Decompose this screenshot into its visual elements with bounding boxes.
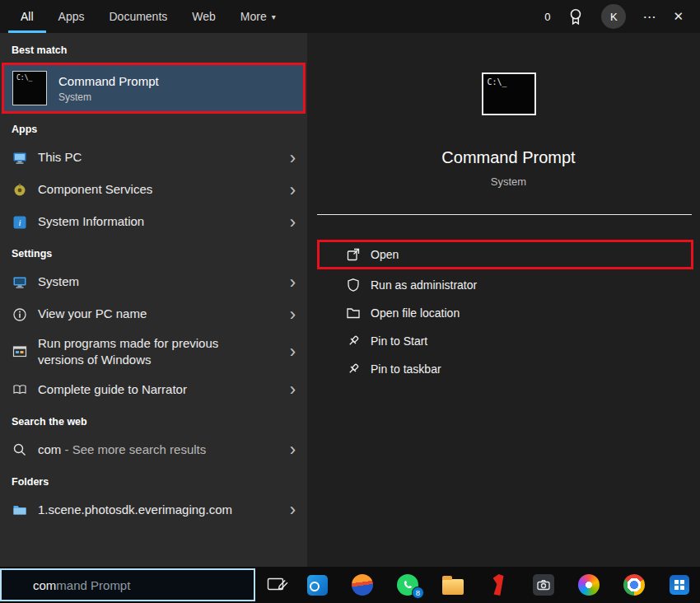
preview-panel: C:\_ Command Prompt System — [307, 33, 700, 567]
result-system-information[interactable]: i System Information › — [0, 206, 307, 238]
chevron-right-icon[interactable]: › — [283, 273, 296, 292]
search-typed-text: com — [33, 578, 56, 592]
tab-web[interactable]: Web — [180, 0, 228, 33]
header-controls: 0 K ⋯ ✕ — [544, 0, 700, 33]
action-run-as-administrator[interactable]: Run as administrator — [317, 271, 700, 299]
tab-apps[interactable]: Apps — [46, 0, 97, 33]
section-folders: Folders — [12, 476, 307, 488]
chevron-right-icon[interactable]: › — [283, 181, 296, 199]
tab-more[interactable]: More ▾ — [228, 0, 288, 33]
command-prompt-icon: C:\_ — [12, 71, 47, 105]
taskbar-outlook-icon[interactable] — [306, 573, 329, 596]
tab-documents[interactable]: Documents — [96, 0, 180, 33]
chevron-right-icon[interactable]: › — [283, 501, 296, 519]
narrator-book-icon — [12, 381, 28, 398]
taskbar: command Prompt 8 — [0, 567, 700, 603]
taskbar-photos-app-icon[interactable] — [577, 573, 600, 596]
section-settings: Settings — [12, 248, 307, 259]
taskbar-whatsapp-icon[interactable]: 8 — [396, 573, 419, 596]
chevron-right-icon[interactable]: › — [283, 343, 296, 361]
command-prompt-icon-text: C:\_ — [16, 74, 32, 82]
file-explorer-icon — [442, 579, 464, 595]
result-label: Complete guide to Narrator — [38, 381, 187, 398]
section-search-the-web: Search the web — [12, 416, 307, 428]
system-information-icon: i — [12, 214, 28, 231]
chrome-icon — [623, 574, 645, 596]
store-icon — [670, 575, 689, 595]
best-match-result-command-prompt[interactable]: C:\_ Command Prompt System — [4, 65, 303, 111]
best-match-text: Command Prompt System — [58, 74, 159, 103]
camera-glyph — [536, 577, 551, 592]
result-compatibility[interactable]: Run programs made for previous versions … — [0, 330, 307, 374]
tab-all[interactable]: All — [8, 0, 46, 33]
more-options-button[interactable]: ⋯ — [642, 9, 656, 25]
taskbar-camera-app-icon[interactable] — [532, 573, 555, 596]
task-view-button[interactable] — [267, 575, 289, 595]
medal-glyph — [567, 7, 585, 26]
action-label: Run as administrator — [371, 278, 477, 292]
chevron-right-icon[interactable]: › — [283, 306, 296, 324]
red-app-icon — [493, 574, 504, 596]
chevron-right-icon[interactable]: › — [283, 441, 296, 459]
result-label: This PC — [38, 149, 82, 166]
windows-search-screen: All Apps Documents Web More ▾ 0 K ⋯ ✕ — [0, 0, 700, 603]
result-label: 1.scene.photosdk.everimaging.com — [38, 502, 232, 518]
preview-app-title: Command Prompt — [317, 148, 700, 167]
command-prompt-icon-text: C:\_ — [488, 77, 507, 86]
close-button[interactable]: ✕ — [673, 9, 684, 24]
action-pin-to-start[interactable]: Pin to Start — [317, 327, 700, 355]
pin-icon — [346, 334, 361, 348]
result-system[interactable]: System › — [0, 266, 307, 298]
chevron-right-icon[interactable]: › — [283, 149, 296, 167]
taskbar-red-app-icon[interactable] — [487, 573, 510, 596]
rewards-count: 0 — [544, 11, 550, 23]
result-narrator-guide[interactable]: Complete guide to Narrator › — [0, 374, 307, 406]
component-services-icon — [12, 182, 28, 199]
result-web-search[interactable]: com - See more search results › — [0, 434, 307, 466]
taskbar-edge-icon[interactable] — [351, 573, 374, 596]
action-open[interactable]: Open — [320, 242, 691, 267]
result-component-services[interactable]: Component Services › — [0, 174, 307, 206]
user-avatar[interactable]: K — [601, 4, 626, 29]
action-label: Pin to Start — [371, 334, 427, 348]
rewards-medal-icon[interactable] — [567, 7, 585, 26]
folder-icon — [346, 306, 361, 320]
action-label: Open file location — [371, 306, 460, 320]
outlook-icon — [307, 575, 328, 596]
results-panel: Best match C:\_ Command Prompt System Ap… — [0, 33, 307, 567]
result-view-pc-name[interactable]: View your PC name › — [0, 298, 307, 330]
result-label: Run programs made for previous versions … — [38, 335, 245, 369]
search-icon — [12, 442, 28, 458]
preview-app-subtitle: System — [317, 175, 700, 188]
chevron-right-icon[interactable]: › — [283, 381, 296, 399]
search-suggestion-text: mand Prompt — [56, 578, 130, 592]
tab-more-label: More — [240, 10, 267, 23]
action-open-file-location[interactable]: Open file location — [317, 299, 700, 327]
action-pin-to-taskbar[interactable]: Pin to taskbar — [317, 355, 700, 383]
camera-icon — [533, 574, 554, 596]
folder-result-icon — [12, 502, 28, 518]
svg-text:i: i — [18, 217, 21, 227]
action-label: Pin to taskbar — [371, 362, 441, 376]
task-view-icon — [267, 575, 289, 595]
search-filter-tabs: All Apps Documents Web More ▾ — [0, 0, 288, 33]
taskbar-search-input[interactable]: command Prompt — [0, 568, 255, 601]
edge-icon — [352, 574, 373, 596]
result-folder[interactable]: 1.scene.photosdk.everimaging.com › — [0, 494, 307, 526]
this-pc-icon — [12, 150, 28, 166]
system-settings-icon — [12, 274, 28, 291]
pin-icon — [346, 362, 361, 376]
search-results-area: Best match C:\_ Command Prompt System Ap… — [0, 33, 700, 567]
section-best-match: Best match — [12, 44, 307, 56]
taskbar-app-icons: 8 — [306, 573, 691, 596]
open-icon — [346, 247, 361, 262]
section-apps: Apps — [12, 124, 307, 135]
search-header: All Apps Documents Web More ▾ 0 K ⋯ ✕ — [0, 0, 700, 33]
chevron-down-icon: ▾ — [272, 12, 276, 21]
taskbar-file-explorer-icon[interactable] — [441, 573, 464, 596]
result-this-pc[interactable]: This PC › — [0, 142, 307, 174]
chevron-right-icon[interactable]: › — [283, 213, 296, 231]
best-match-title: Command Prompt — [58, 74, 159, 88]
taskbar-store-icon[interactable] — [668, 573, 691, 596]
taskbar-chrome-icon[interactable] — [623, 573, 646, 596]
